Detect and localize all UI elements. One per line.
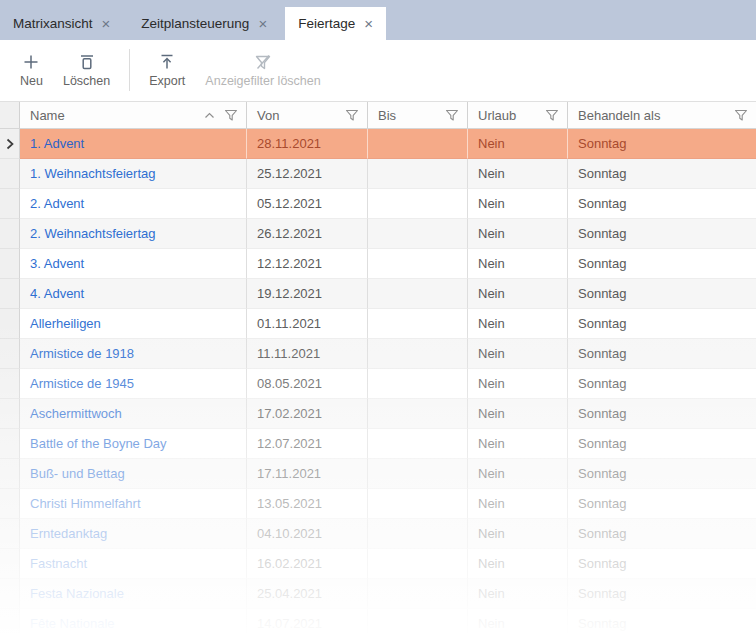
cell-urlaub: Nein [468,489,568,519]
holiday-name-link[interactable]: 3. Advent [20,249,247,279]
table-row[interactable]: Christi Himmelfahrt13.05.2021NeinSonntag [0,489,756,519]
filter-funnel-icon[interactable] [445,108,459,122]
loschen-button[interactable]: Löschen [53,50,120,90]
cell-urlaub: Nein [468,579,568,609]
column-header-von[interactable]: Von [247,102,368,128]
table-row[interactable]: Fête Nationale14.07.2021NeinSonntag [0,609,756,633]
cell-behandeln-als: Sonntag [568,309,756,339]
holiday-name-link[interactable]: 4. Advent [20,279,247,309]
cell-bis [368,309,468,339]
cell-bis [368,339,468,369]
holiday-name-link[interactable]: Festa Nazionale [20,579,247,609]
holiday-name-link[interactable]: Buß- und Bettag [20,459,247,489]
cell-bis [368,219,468,249]
app-window: Matrixansicht×Zeitplansteuerung×Feiertag… [0,0,756,633]
table-row[interactable]: 4. Advent19.12.2021NeinSonntag [0,279,756,309]
cell-urlaub: Nein [468,609,568,633]
holiday-name-link[interactable]: 1. Weihnachtsfeiertag [20,159,247,189]
cell-urlaub: Nein [468,279,568,309]
tab-label: Zeitplansteuerung [141,16,249,31]
cell-bis [368,429,468,459]
table-row[interactable]: Aschermittwoch17.02.2021NeinSonntag [0,399,756,429]
table-row[interactable]: Armistice de 191811.11.2021NeinSonntag [0,339,756,369]
column-header-behandeln-als[interactable]: Behandeln als [568,102,756,128]
export-button[interactable]: Export [139,50,195,90]
table-row[interactable]: Armistice de 194508.05.2021NeinSonntag [0,369,756,399]
row-gutter-cell [0,249,20,279]
cell-von: 04.10.2021 [247,519,368,549]
tab-zeitplansteuerung[interactable]: Zeitplansteuerung× [128,7,280,40]
cell-bis [368,399,468,429]
row-gutter-cell [0,159,20,189]
cell-urlaub: Nein [468,549,568,579]
cell-behandeln-als: Sonntag [568,609,756,633]
row-gutter-cell [0,129,20,159]
tab-close-icon[interactable]: × [364,16,373,31]
filter-funnel-icon[interactable] [345,108,359,122]
table-row[interactable]: Buß- und Bettag17.11.2021NeinSonntag [0,459,756,489]
cell-von: 08.05.2021 [247,369,368,399]
toolbar-divider [129,49,130,91]
tab-close-icon[interactable]: × [102,16,111,31]
row-gutter-cell [0,399,20,429]
holiday-name-link[interactable]: Armistice de 1945 [20,369,247,399]
cell-von: 12.07.2021 [247,429,368,459]
row-gutter-cell [0,519,20,549]
column-header-bis[interactable]: Bis [368,102,468,128]
cell-von: 01.11.2021 [247,309,368,339]
holiday-name-link[interactable]: 2. Advent [20,189,247,219]
holiday-name-link[interactable]: Fête Nationale [20,609,247,633]
holiday-name-link[interactable]: Fastnacht [20,549,247,579]
tab-close-icon[interactable]: × [258,16,267,31]
table-row[interactable]: Allerheiligen01.11.2021NeinSonntag [0,309,756,339]
cell-behandeln-als: Sonntag [568,519,756,549]
filter-clear-icon [253,52,273,72]
cell-bis [368,189,468,219]
cell-behandeln-als: Sonntag [568,489,756,519]
column-header-urlaub[interactable]: Urlaub [468,102,568,128]
holiday-name-link[interactable]: Christi Himmelfahrt [20,489,247,519]
column-header-name[interactable]: Name [20,102,247,128]
holiday-name-link[interactable]: Battle of the Boyne Day [20,429,247,459]
table-row[interactable]: 1. Advent28.11.2021NeinSonntag [0,129,756,159]
neu-button[interactable]: Neu [10,50,53,90]
table-row[interactable]: Fastnacht16.02.2021NeinSonntag [0,549,756,579]
table-row[interactable]: 1. Weihnachtsfeiertag25.12.2021NeinSonnt… [0,159,756,189]
tab-feiertage[interactable]: Feiertage× [285,7,386,40]
filter-funnel-icon[interactable] [734,108,748,122]
row-gutter-cell [0,339,20,369]
sort-ascending-icon [204,112,215,119]
tab-matrixansicht[interactable]: Matrixansicht× [0,7,123,40]
filter-funnel-icon[interactable] [224,108,238,122]
holiday-name-link[interactable]: Aschermittwoch [20,399,247,429]
row-gutter-cell [0,459,20,489]
holidays-table: NameVonBisUrlaubBehandeln als 1. Advent2… [0,101,756,633]
cell-bis [368,549,468,579]
holiday-name-link[interactable]: Erntedanktag [20,519,247,549]
table-row[interactable]: Festa Nazionale25.04.2021NeinSonntag [0,579,756,609]
table-row[interactable]: 2. Advent05.12.2021NeinSonntag [0,189,756,219]
holiday-name-link[interactable]: Armistice de 1918 [20,339,247,369]
table-row[interactable]: 2. Weihnachtsfeiertag26.12.2021NeinSonnt… [0,219,756,249]
cell-urlaub: Nein [468,459,568,489]
cell-von: 28.11.2021 [247,129,368,159]
holiday-name-link[interactable]: 1. Advent [20,129,247,159]
cell-bis [368,519,468,549]
cell-urlaub: Nein [468,399,568,429]
filter-funnel-icon[interactable] [545,108,559,122]
table-row[interactable]: 3. Advent12.12.2021NeinSonntag [0,249,756,279]
cell-behandeln-als: Sonntag [568,339,756,369]
cell-urlaub: Nein [468,159,568,189]
cell-behandeln-als: Sonntag [568,459,756,489]
holiday-name-link[interactable]: 2. Weihnachtsfeiertag [20,219,247,249]
column-header-label: Name [30,108,204,123]
cell-von: 26.12.2021 [247,219,368,249]
plus-icon [21,52,41,72]
cell-behandeln-als: Sonntag [568,429,756,459]
holiday-name-link[interactable]: Allerheiligen [20,309,247,339]
cell-urlaub: Nein [468,369,568,399]
cell-von: 17.11.2021 [247,459,368,489]
cell-urlaub: Nein [468,189,568,219]
table-row[interactable]: Erntedanktag04.10.2021NeinSonntag [0,519,756,549]
table-row[interactable]: Battle of the Boyne Day12.07.2021NeinSon… [0,429,756,459]
